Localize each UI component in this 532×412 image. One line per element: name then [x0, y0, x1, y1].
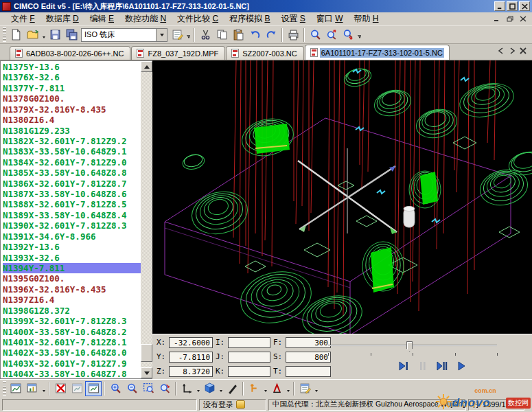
- plot-window-dropdown[interactable]: [41, 382, 47, 396]
- code-line[interactable]: N1391X-34.6Y-8.966: [3, 231, 141, 242]
- nc-code-editor[interactable]: N1375Y-13.6N1376X-32.6N1377Y-7.811N1378G…: [0, 60, 152, 379]
- menu-b[interactable]: 程序模拟 B: [224, 12, 275, 26]
- axis-view-button[interactable]: [178, 381, 195, 396]
- show-tool-dropdown[interactable]: [262, 382, 268, 396]
- code-line[interactable]: N1384X-32.601Y-7.812Z9.0: [3, 157, 141, 168]
- code-line[interactable]: N1388X-32.601Y-7.812Z8.5: [3, 199, 141, 209]
- simulation-settings-dropdown[interactable]: [313, 382, 319, 396]
- menu-f[interactable]: 文件 F: [5, 12, 41, 26]
- login-status[interactable]: 没有登录: [199, 399, 266, 411]
- cut-button[interactable]: [197, 27, 213, 43]
- document-tab-1[interactable]: 6ADB03-8-002-026-06++.NC: [10, 46, 130, 60]
- zoom-out-button[interactable]: [124, 381, 140, 396]
- code-line[interactable]: N1376X-32.6: [3, 72, 141, 82]
- code-line[interactable]: N1378G0Z100.: [3, 93, 141, 104]
- toolbar-overflow-2[interactable]: [356, 28, 362, 42]
- maximize-button[interactable]: [507, 1, 518, 11]
- plot-window-2-button[interactable]: [24, 381, 41, 396]
- tab-close-button[interactable]: [520, 45, 527, 57]
- find-next-button[interactable]: [323, 27, 340, 43]
- code-line[interactable]: N1380Z16.4: [3, 115, 141, 125]
- backplot-window-button[interactable]: [69, 381, 85, 396]
- minimize-button[interactable]: [494, 1, 505, 11]
- play-pause-button[interactable]: [435, 359, 450, 373]
- solid-view-button[interactable]: [201, 381, 218, 396]
- code-line[interactable]: N1399X-32.601Y-7.812Z8.3: [3, 316, 141, 326]
- scrollbar-thumb[interactable]: [141, 344, 152, 362]
- mdi-restore-button[interactable]: [505, 14, 515, 23]
- simulation-speed-slider[interactable]: [328, 341, 497, 351]
- print-button[interactable]: [285, 27, 301, 43]
- code-line[interactable]: N1394Y-7.811: [3, 263, 141, 273]
- code-line[interactable]: N1403X-32.601Y-7.812Z7.9: [3, 358, 141, 369]
- axis-value-field[interactable]: -7.8110: [169, 352, 213, 363]
- menu-s[interactable]: 设置 S: [275, 12, 310, 26]
- open-file-button[interactable]: [24, 27, 41, 43]
- sim-toolbar-grip[interactable]: [3, 381, 6, 396]
- mdi-close-button[interactable]: [518, 14, 528, 23]
- machine-type-dropdown[interactable]: [156, 29, 167, 41]
- new-file-button[interactable]: [8, 27, 24, 43]
- paste-button[interactable]: [230, 27, 246, 43]
- arc-value-field[interactable]: [228, 352, 270, 363]
- mdi-minimize-button[interactable]: [491, 14, 502, 23]
- close-button[interactable]: [519, 1, 530, 11]
- measure-dropdown[interactable]: [285, 382, 291, 396]
- find-previous-button[interactable]: [340, 27, 356, 43]
- code-line[interactable]: N1398G1Z8.372: [3, 306, 141, 316]
- document-tab-2[interactable]: FZ8_037_192D.MPF: [131, 46, 225, 60]
- code-line[interactable]: N1383X-33.58Y-10.648Z9.1: [3, 146, 141, 157]
- scroll-up-button[interactable]: [141, 61, 152, 72]
- tab-scroll-left-button[interactable]: [498, 45, 505, 57]
- code-line[interactable]: N1404X-33.58Y-10.648Z7.8: [3, 369, 141, 379]
- solid-view-dropdown[interactable]: [218, 382, 224, 396]
- arc-value-field[interactable]: [228, 337, 270, 348]
- code-line[interactable]: N1392Y-13.6: [3, 242, 141, 252]
- backplot-active-button[interactable]: [85, 381, 102, 396]
- document-tab-4[interactable]: 6A101101-17-FZ7-313-102-01-5.NC: [305, 45, 450, 60]
- toolbar-overflow-1[interactable]: [185, 28, 192, 42]
- scroll-down-button[interactable]: [141, 367, 152, 378]
- save-button[interactable]: [47, 27, 63, 43]
- simulation-3d-view[interactable]: [152, 60, 532, 334]
- param-value-field[interactable]: 300: [286, 337, 331, 348]
- copy-button[interactable]: [213, 27, 230, 43]
- document-tab-3[interactable]: SZ2007-003.NC: [226, 46, 304, 60]
- save-all-button[interactable]: [63, 27, 80, 43]
- redo-button[interactable]: [263, 27, 279, 43]
- axis-value-field[interactable]: -32.6000: [169, 337, 213, 348]
- nc-code-lines[interactable]: N1375Y-13.6N1376X-32.6N1377Y-7.811N1378G…: [1, 61, 141, 380]
- code-line[interactable]: N1393X-32.6: [3, 253, 141, 263]
- code-line[interactable]: N1389X-33.58Y-10.648Z8.4: [3, 210, 141, 220]
- menu-h[interactable]: 帮助 H: [348, 12, 384, 26]
- code-line[interactable]: N1387X-33.58Y-10.648Z8.6: [3, 189, 141, 199]
- find-button[interactable]: [307, 27, 323, 43]
- axis-view-dropdown[interactable]: [195, 382, 201, 396]
- code-line[interactable]: N1402X-33.58Y-10.648Z8.0: [3, 347, 141, 358]
- code-line[interactable]: N1377Y-7.811: [3, 83, 141, 93]
- param-value-field[interactable]: [286, 366, 331, 377]
- tab-scroll-right-button[interactable]: [509, 45, 516, 57]
- param-value-field[interactable]: 800: [286, 352, 331, 363]
- code-line[interactable]: N1396X-32.816Y-8.435: [3, 284, 141, 295]
- menu-c[interactable]: 文件比较 C: [172, 12, 224, 26]
- menu-d[interactable]: 数据库 D: [41, 12, 84, 26]
- show-tool-button[interactable]: [246, 381, 262, 396]
- undo-button[interactable]: [246, 27, 263, 43]
- open-dropdown[interactable]: [41, 28, 47, 42]
- code-line[interactable]: N1400X-33.58Y-10.648Z8.2: [3, 327, 141, 337]
- pause-button[interactable]: [415, 359, 430, 373]
- zoom-window-button[interactable]: [140, 381, 157, 396]
- file-type-settings-button[interactable]: [169, 27, 185, 43]
- axis-value-field[interactable]: 8.3720: [169, 366, 213, 377]
- code-line[interactable]: N1381G1Z9.233: [3, 126, 141, 136]
- menu-w[interactable]: 窗口 W: [311, 12, 349, 26]
- zoom-in-button[interactable]: [107, 381, 124, 396]
- tool-display-button[interactable]: [224, 381, 240, 396]
- code-line[interactable]: N1401X-32.601Y-7.812Z8.1: [3, 337, 141, 347]
- plot-window-button[interactable]: [8, 381, 24, 396]
- code-line[interactable]: N1385X-33.58Y-10.648Z8.8: [3, 168, 141, 178]
- arc-value-field[interactable]: [228, 366, 270, 377]
- zoom-rotate-button[interactable]: [157, 381, 173, 396]
- code-line[interactable]: N1379X-32.816Y-8.435: [3, 104, 141, 115]
